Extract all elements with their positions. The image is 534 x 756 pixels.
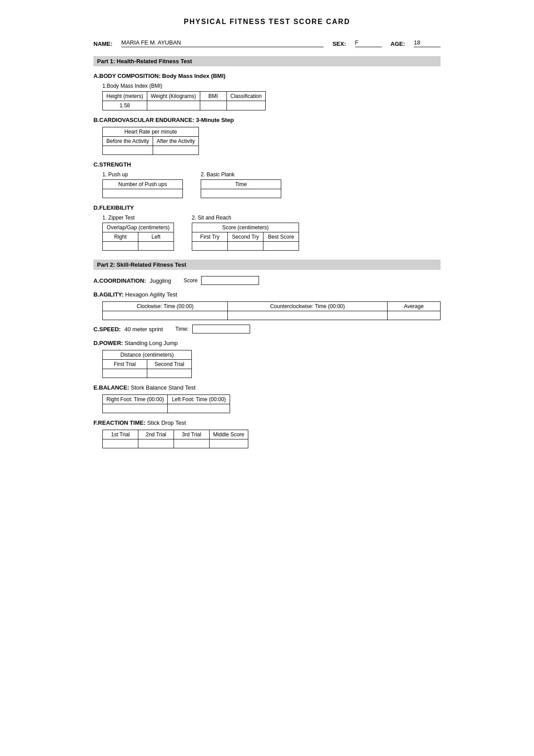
zipper-col: 1. Zipper Test Overlap/Gap (centimeters)… bbox=[102, 215, 174, 251]
reaction-cell-3rd[interactable] bbox=[174, 439, 210, 448]
plank-col: 2. Basic Plank Time bbox=[201, 171, 281, 198]
reaction-table-wrapper: 1st Trial 2nd Trial 3rd Trial Middle Sco… bbox=[102, 430, 441, 448]
power-cell-first[interactable] bbox=[103, 369, 147, 378]
bmi-col-class: Classification bbox=[227, 92, 266, 101]
agility-section-title: B.AGILITY: Hexagon Agility Test bbox=[93, 291, 441, 298]
agility-table: Clockwise: Time (00:00) Counterclockwise… bbox=[102, 301, 441, 320]
speed-time-box[interactable] bbox=[192, 325, 250, 333]
age-label: AGE: bbox=[391, 41, 405, 47]
sitreach-cell-second[interactable] bbox=[228, 242, 263, 251]
cardio-header: Heart Rate per minute bbox=[103, 127, 199, 137]
coordination-activity: Juggling bbox=[150, 277, 171, 284]
agility-col-ccw: Counterclockwise: Time (00:00) bbox=[228, 302, 388, 311]
cardio-col-before: Before the Activity bbox=[103, 137, 153, 146]
sitreach-table: Score (centimeters) First Try Second Try… bbox=[192, 223, 299, 251]
coordination-row: A.COORDINATION: Juggling Score bbox=[93, 276, 441, 285]
sitreach-col-second: Second Try bbox=[228, 232, 263, 242]
bmi-table-wrapper: Height (meters) Weight (Kilograms) BMI C… bbox=[102, 91, 441, 110]
agility-cell-cw[interactable] bbox=[103, 311, 228, 320]
balance-table: Right Foot: Time (00:00) Left Foot: Time… bbox=[102, 394, 230, 413]
coordination-score-box[interactable] bbox=[201, 276, 259, 285]
page-title: PHYSICAL FITNESS TEST SCORE CARD bbox=[93, 18, 441, 26]
reaction-section-title: F.REACTION TIME: Stick Drop Test bbox=[93, 419, 441, 426]
agility-cell-avg[interactable] bbox=[387, 311, 440, 320]
bmi-cell-height[interactable]: 1.58 bbox=[103, 101, 147, 110]
reaction-activity: Stick Drop Test bbox=[147, 419, 186, 426]
balance-table-wrapper: Right Foot: Time (00:00) Left Foot: Time… bbox=[102, 394, 441, 413]
balance-section-title: E.BALANCE: Stork Balance Stand Test bbox=[93, 384, 441, 391]
plank-label: 2. Basic Plank bbox=[201, 171, 281, 178]
sitreach-col: 2. Sit and Reach Score (centimeters) Fir… bbox=[192, 215, 299, 251]
strength-columns: 1. Push up Number of Push ups 2. Basic P… bbox=[102, 171, 441, 198]
balance-activity: Stork Balance Stand Test bbox=[131, 384, 196, 391]
zipper-label: 1. Zipper Test bbox=[102, 215, 174, 221]
pushup-col-header: Number of Push ups bbox=[103, 180, 183, 189]
sitreach-cell-first[interactable] bbox=[192, 242, 228, 251]
bmi-cell-weight[interactable] bbox=[147, 101, 200, 110]
sex-label: SEX: bbox=[332, 41, 346, 47]
plank-table: Time bbox=[201, 179, 281, 198]
reaction-col-1st: 1st Trial bbox=[103, 430, 138, 439]
reaction-col-2nd: 2nd Trial bbox=[138, 430, 174, 439]
coordination-score-label: Score bbox=[184, 277, 198, 284]
power-table-wrapper: Distance (centimeters) First Trial Secon… bbox=[102, 350, 441, 378]
power-header: Distance (centimeters) bbox=[103, 350, 192, 360]
sex-value: F bbox=[355, 39, 382, 47]
pushup-label: 1. Push up bbox=[102, 171, 183, 178]
flexibility-section-title: D.FLEXIBILITY bbox=[93, 204, 441, 211]
speed-activity: 40 meter sprint bbox=[124, 326, 163, 333]
bmi-cell-bmi[interactable] bbox=[200, 101, 227, 110]
part2-header: Part 2: Skill-Related Fitness Test bbox=[93, 260, 441, 270]
header-row: NAME: MARIA FE M. AYUBAN SEX: F AGE: 18 bbox=[93, 39, 441, 47]
cardio-section-title: B.CARDIOVASCULAR ENDURANCE: 3-Minute Ste… bbox=[93, 117, 441, 123]
agility-cell-ccw[interactable] bbox=[228, 311, 388, 320]
plank-cell[interactable] bbox=[201, 189, 281, 198]
pushup-col: 1. Push up Number of Push ups bbox=[102, 171, 183, 198]
name-value: MARIA FE M. AYUBAN bbox=[121, 39, 324, 47]
agility-table-wrapper: Clockwise: Time (00:00) Counterclockwise… bbox=[102, 301, 441, 320]
speed-time-label: Time: bbox=[175, 326, 189, 332]
sitreach-header: Score (centimeters) bbox=[192, 223, 299, 232]
reaction-cell-1st[interactable] bbox=[103, 439, 138, 448]
power-cell-second[interactable] bbox=[147, 369, 192, 378]
cardio-table-wrapper: Heart Rate per minute Before the Activit… bbox=[102, 127, 441, 155]
cardio-cell-after[interactable] bbox=[153, 146, 199, 155]
flexibility-columns: 1. Zipper Test Overlap/Gap (centimeters)… bbox=[102, 215, 441, 251]
power-col-first: First Trial bbox=[103, 360, 147, 369]
speed-row: C.SPEED: 40 meter sprint Time: bbox=[93, 325, 441, 333]
reaction-cell-mid[interactable] bbox=[210, 439, 248, 448]
power-col-second: Second Trial bbox=[147, 360, 192, 369]
speed-section-title: C.SPEED: bbox=[93, 326, 121, 333]
balance-cell-right[interactable] bbox=[103, 404, 168, 413]
bmi-col-weight: Weight (Kilograms) bbox=[147, 92, 200, 101]
reaction-table: 1st Trial 2nd Trial 3rd Trial Middle Sco… bbox=[102, 430, 248, 448]
zipper-cell-left[interactable] bbox=[138, 242, 174, 251]
power-table: Distance (centimeters) First Trial Secon… bbox=[102, 350, 192, 378]
zipper-col-right: Right bbox=[103, 232, 138, 242]
zipper-table: Overlap/Gap (centimeters) Right Left bbox=[102, 223, 174, 251]
coordination-section-title: A.COORDINATION: bbox=[93, 277, 146, 284]
zipper-cell-right[interactable] bbox=[103, 242, 138, 251]
balance-col-left: Left Foot: Time (00:00) bbox=[168, 395, 230, 404]
agility-col-avg: Average bbox=[387, 302, 440, 311]
pushup-cell[interactable] bbox=[103, 189, 183, 198]
cardio-cell-before[interactable] bbox=[103, 146, 153, 155]
zipper-col-left: Left bbox=[138, 232, 174, 242]
sitreach-cell-best[interactable] bbox=[263, 242, 299, 251]
age-value: 18 bbox=[414, 39, 441, 47]
sitreach-col-first: First Try bbox=[192, 232, 228, 242]
strength-section-title: C.STRENGTH bbox=[93, 161, 441, 168]
bmi-section-title: A.BODY COMPOSITION: Body Mass Index (BMI… bbox=[93, 73, 441, 79]
bmi-cell-class[interactable] bbox=[227, 101, 266, 110]
balance-cell-left[interactable] bbox=[168, 404, 230, 413]
bmi-col-bmi: BMI bbox=[200, 92, 227, 101]
zipper-header: Overlap/Gap (centimeters) bbox=[103, 223, 174, 232]
reaction-cell-2nd[interactable] bbox=[138, 439, 174, 448]
bmi-col-height: Height (meters) bbox=[103, 92, 147, 101]
agility-activity: Hexagon Agility Test bbox=[125, 291, 177, 298]
power-activity: Standing Long Jump bbox=[125, 340, 178, 346]
reaction-col-mid: Middle Score bbox=[210, 430, 248, 439]
power-section-title: D.POWER: Standing Long Jump bbox=[93, 340, 441, 346]
part1-header: Part 1: Health-Related Fitness Test bbox=[93, 56, 441, 66]
name-label: NAME: bbox=[93, 41, 113, 47]
